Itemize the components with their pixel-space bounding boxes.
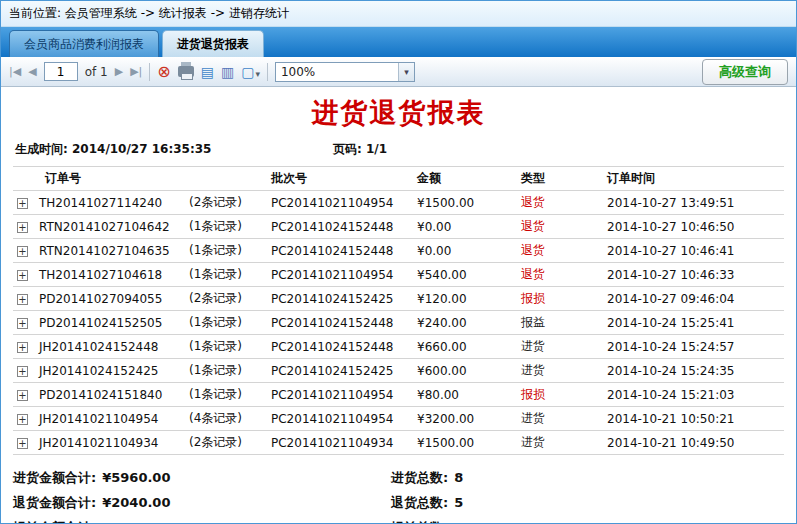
expand-icon[interactable]: + xyxy=(17,438,28,449)
expand-icon[interactable]: + xyxy=(17,222,28,233)
batch-number: PC20141024152425 xyxy=(267,287,413,311)
type-cell: 进货 xyxy=(517,335,603,359)
page-layout-icon[interactable]: ▤ xyxy=(201,64,214,80)
advanced-query-button[interactable]: 高级查询 xyxy=(702,59,788,85)
type-label: 进货 xyxy=(521,363,545,377)
expand-icon[interactable]: + xyxy=(17,390,28,401)
records-count: (1条记录) xyxy=(185,311,267,335)
summary-row: 退货金额合计:¥2040.00 退货总数:5 xyxy=(13,490,784,515)
summary-label: 报益总数: xyxy=(391,515,448,523)
type-label: 退货 xyxy=(521,267,545,281)
amount: ¥660.00 xyxy=(413,335,517,359)
amount: ¥0.00 xyxy=(413,239,517,263)
type-cell: 进货 xyxy=(517,407,603,431)
printer-icon[interactable] xyxy=(178,66,194,77)
order-time: 2014-10-27 13:49:51 xyxy=(603,191,784,215)
type-label: 报益 xyxy=(521,315,545,329)
summary-row: 报益金额合计:¥120.00 报益总数:2 xyxy=(13,515,784,523)
type-label: 退货 xyxy=(521,219,545,233)
type-label: 进货 xyxy=(521,411,545,425)
tab-strip: 会员商品消费利润报表 进货退货报表 xyxy=(1,27,796,57)
chevron-down-icon: ▾ xyxy=(398,63,414,81)
expand-icon[interactable]: + xyxy=(17,342,28,353)
tab-purchase-return-report[interactable]: 进货退货报表 xyxy=(162,30,264,57)
type-cell: 进货 xyxy=(517,359,603,383)
export-page-icon: ▢ xyxy=(241,64,254,80)
expand-icon[interactable]: + xyxy=(17,318,28,329)
batch-number: PC20141024152448 xyxy=(267,239,413,263)
type-cell: 报益 xyxy=(517,311,603,335)
expand-icon[interactable]: + xyxy=(17,270,28,281)
first-page-button[interactable]: |◀ xyxy=(9,65,21,78)
type-label: 退货 xyxy=(521,243,545,257)
table-row: + JH20141021104954 (4条记录) PC201410211049… xyxy=(13,407,784,431)
summary-label: 退货总数: xyxy=(391,490,448,515)
col-header-batch: 批次号 xyxy=(267,167,413,191)
order-time: 2014-10-21 10:50:21 xyxy=(603,407,784,431)
breadcrumb: 当前位置: 会员管理系统 -> 统计报表 -> 进销存统计 xyxy=(1,1,796,27)
type-cell: 退货 xyxy=(517,215,603,239)
chevron-down-icon: ▾ xyxy=(255,69,260,79)
order-number: JH20141024152425 xyxy=(35,359,185,383)
col-header-order: 订单号 xyxy=(35,167,185,191)
order-number: TH20141027114240 xyxy=(35,191,185,215)
order-time: 2014-10-24 15:24:57 xyxy=(603,335,784,359)
next-page-button[interactable]: ▶ xyxy=(115,65,123,78)
col-header-time: 订单时间 xyxy=(603,167,784,191)
col-header-type: 类型 xyxy=(517,167,603,191)
summary-section: 进货金额合计:¥5960.00 进货总数:8 退货金额合计:¥2040.00 退… xyxy=(13,465,784,523)
summary-value: ¥5960.00 xyxy=(102,465,170,490)
order-time: 2014-10-21 10:49:50 xyxy=(603,431,784,455)
expand-icon[interactable]: + xyxy=(17,366,28,377)
table-row: + TH20141027104618 (1条记录) PC201410211049… xyxy=(13,263,784,287)
order-time: 2014-10-27 09:46:04 xyxy=(603,287,784,311)
order-time: 2014-10-24 15:24:35 xyxy=(603,359,784,383)
table-row: + PD20141024152505 (1条记录) PC201410241524… xyxy=(13,311,784,335)
last-page-button[interactable]: ▶| xyxy=(130,65,142,78)
expand-icon[interactable]: + xyxy=(17,414,28,425)
page-count-label: of 1 xyxy=(85,65,108,79)
summary-value: 8 xyxy=(454,465,463,490)
order-number: PD20141024151840 xyxy=(35,383,185,407)
summary-value: 5 xyxy=(454,490,463,515)
order-time: 2014-10-24 15:21:03 xyxy=(603,383,784,407)
zoom-value: 100% xyxy=(276,65,398,79)
records-count: (2条记录) xyxy=(185,191,267,215)
book-view-icon[interactable]: ▥ xyxy=(221,64,234,80)
stop-icon[interactable]: ⊗ xyxy=(157,64,170,80)
summary-value: ¥120.00 xyxy=(102,515,161,523)
summary-label: 报益金额合计: xyxy=(13,515,96,523)
type-cell: 退货 xyxy=(517,191,603,215)
type-label: 报损 xyxy=(521,387,545,401)
records-count: (1条记录) xyxy=(185,239,267,263)
toolbar-separator xyxy=(149,63,150,81)
order-time: 2014-10-27 10:46:41 xyxy=(603,239,784,263)
prev-page-button[interactable]: ◀ xyxy=(28,65,36,78)
amount: ¥1500.00 xyxy=(413,191,517,215)
page-title: 进货退货报表 xyxy=(13,95,784,131)
amount: ¥1500.00 xyxy=(413,431,517,455)
amount: ¥3200.00 xyxy=(413,407,517,431)
expand-icon[interactable]: + xyxy=(17,246,28,257)
table-row: + JH20141024152425 (1条记录) PC201410241524… xyxy=(13,359,784,383)
zoom-select[interactable]: 100% ▾ xyxy=(275,62,415,82)
type-cell: 报损 xyxy=(517,383,603,407)
order-number: TH20141027104618 xyxy=(35,263,185,287)
batch-number: PC20141024152448 xyxy=(267,311,413,335)
batch-number: PC20141021104954 xyxy=(267,407,413,431)
order-number: RTN20141027104642 xyxy=(35,215,185,239)
page-number-input[interactable] xyxy=(44,62,78,81)
amount: ¥80.00 xyxy=(413,383,517,407)
export-dropdown[interactable]: ▢▾ xyxy=(241,64,260,80)
expand-icon[interactable]: + xyxy=(17,294,28,305)
table-row: + JH20141021104934 (2条记录) PC201410211049… xyxy=(13,431,784,455)
records-count: (1条记录) xyxy=(185,359,267,383)
records-count: (1条记录) xyxy=(185,383,267,407)
type-label: 报损 xyxy=(521,291,545,305)
tab-member-profit-report[interactable]: 会员商品消费利润报表 xyxy=(9,30,159,57)
records-count: (1条记录) xyxy=(185,335,267,359)
batch-number: PC20141021104954 xyxy=(267,383,413,407)
batch-number: PC20141024152448 xyxy=(267,335,413,359)
amount: ¥600.00 xyxy=(413,359,517,383)
expand-icon[interactable]: + xyxy=(17,198,28,209)
